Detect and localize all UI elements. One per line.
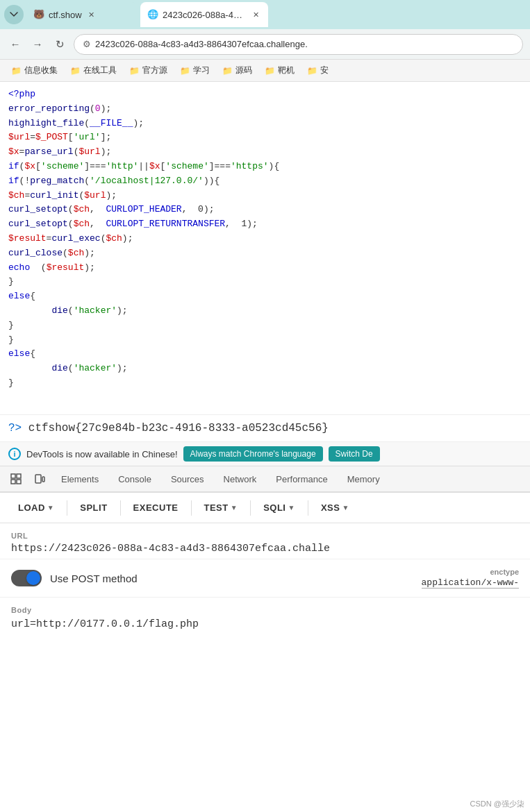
bookmark-label-4: 学习 (193, 65, 210, 76)
post-method-label: Use POST method (50, 573, 138, 584)
toolbar-sep-2 (120, 500, 121, 516)
address-url-text: 2423c026-088a-4c83-a4d3-8864307efcaa.cha… (95, 39, 308, 49)
toolbar-sep-1 (67, 500, 67, 516)
tab1-title: ctf.show (49, 10, 82, 20)
code-line-7: $ch=curl_init($url); (8, 189, 522, 203)
code-line-16: } (8, 319, 522, 333)
enctype-field-value[interactable]: application/x-www- (422, 577, 519, 589)
url-input[interactable]: ⚙ 2423c026-088a-4c83-a4d3-8864307efcaa.c… (74, 34, 523, 55)
tab-sources[interactable]: Sources (163, 470, 213, 490)
code-line-19: die('hacker'); (8, 362, 522, 376)
code-line-10: $result=curl_exec($ch); (8, 232, 522, 246)
code-display: <?php error_reporting(0); highlight_file… (0, 82, 530, 415)
tab-memory[interactable]: Memory (339, 470, 388, 490)
flag-output-line: ?> ctfshow{27c9e84b-b23c-4916-8333-a0523… (0, 415, 530, 442)
bookmark-label-2: 在线工具 (83, 65, 117, 76)
bookmark-label-1: 信息收集 (24, 65, 58, 76)
code-line-1: error_reporting(0); (8, 102, 522, 117)
execute-button[interactable]: EXECUTE (126, 498, 185, 517)
test-button[interactable]: TEST ▼ (197, 498, 245, 517)
tab-challenge[interactable]: 🌐 2423c026-088a-4c83-a4d3-8 ✕ (140, 2, 268, 27)
code-line-2: highlight_file(__FILE__); (8, 117, 522, 131)
body-field-label: Body (11, 606, 519, 614)
device-toolbar-icon[interactable] (29, 468, 50, 489)
tab-network[interactable]: Network (215, 470, 265, 490)
browser-tabs-bar: 🐻 ctf.show ✕ 🌐 2423c026-088a-4c83-a4d3-8… (0, 0, 530, 29)
code-line-4: $x=parse_url($url); (8, 145, 522, 160)
url-section: URL https://2423c026-088a-4c83-a4d3-8864… (0, 523, 530, 559)
url-field-value[interactable]: https://2423c026-088a-4c83-a4d3-8864307e… (11, 543, 519, 555)
always-match-language-button[interactable]: Always match Chrome's language (183, 446, 323, 462)
bookmark-label-7: 安 (320, 65, 329, 76)
post-method-row: Use POST method enctype application/x-ww… (0, 559, 530, 598)
code-line-5: if($x['scheme']==='http'||$x['scheme']==… (8, 160, 522, 174)
devtools-tabs-bar: Elements Console Sources Network Perform… (0, 466, 530, 493)
code-line-8: curl_setopt($ch, CURLOPT_HEADER, 0); (8, 203, 522, 217)
tab-ctfshow[interactable]: 🐻 ctf.show ✕ (26, 2, 138, 27)
load-button[interactable]: LOAD ▼ (11, 498, 61, 517)
tab2-title: 2423c026-088a-4c83-a4d3-8 (163, 10, 246, 20)
reload-button[interactable]: ↻ (51, 36, 68, 53)
code-line-13: } (8, 275, 522, 289)
bookmark-yuanma[interactable]: 📁 源码 (217, 63, 258, 78)
folder-icon-2: 📁 (70, 66, 81, 76)
svg-rect-1 (17, 474, 21, 478)
bookmark-label-6: 靶机 (278, 65, 295, 76)
bookmark-guanfang[interactable]: 📁 官方源 (124, 63, 173, 78)
split-button[interactable]: SPLIT (73, 498, 114, 517)
bookmark-label-5: 源码 (235, 65, 252, 76)
code-line-3: $url=$_POST['url']; (8, 130, 522, 145)
bookmark-xinxi[interactable]: 📁 信息收集 (6, 63, 63, 78)
folder-icon-6: 📁 (265, 66, 275, 76)
tab-expand-button[interactable] (4, 5, 24, 24)
php-close-tag: ?> (8, 422, 22, 434)
back-button[interactable]: ← (7, 36, 24, 53)
tab1-favicon: 🐻 (33, 9, 44, 20)
sqli-button[interactable]: SQLI ▼ (256, 498, 302, 517)
code-line-6: if(!preg_match('/localhost|127.0.0/')){ (8, 174, 522, 189)
bookmark-label-3: 官方源 (142, 65, 167, 76)
bookmark-zaixian[interactable]: 📁 在线工具 (65, 63, 122, 78)
code-line-0: <?php (8, 87, 522, 102)
tab-performance[interactable]: Performance (267, 470, 336, 490)
tab1-close-button[interactable]: ✕ (86, 9, 97, 20)
svg-rect-2 (11, 480, 15, 484)
svg-rect-4 (35, 475, 41, 483)
devtools-notification-text: DevTools is now available in Chinese! (26, 449, 178, 459)
xss-button[interactable]: XSS ▼ (314, 498, 356, 517)
bookmark-baji[interactable]: 📁 靶机 (259, 63, 300, 78)
devtools-notification-bar: i DevTools is now available in Chinese! … (0, 442, 530, 466)
flag-value: ctfshow{27c9e84b-b23c-4916-8333-a0523cd4… (22, 422, 329, 434)
bookmark-xuexi[interactable]: 📁 学习 (174, 63, 215, 78)
test-dropdown-arrow: ▼ (231, 504, 238, 511)
inspect-element-icon[interactable] (6, 468, 26, 489)
switch-devtools-button[interactable]: Switch De (329, 446, 380, 462)
folder-icon-5: 📁 (222, 66, 233, 76)
code-line-17: } (8, 333, 522, 348)
code-line-18: else{ (8, 347, 522, 362)
toggle-track (11, 570, 42, 586)
xss-dropdown-arrow: ▼ (342, 504, 349, 511)
code-line-11: curl_close($ch); (8, 246, 522, 261)
url-field-label: URL (11, 532, 519, 540)
csdn-watermark: CSDN @强少柒 (470, 799, 524, 809)
code-line-9: curl_setopt($ch, CURLOPT_RETURNTRANSFER,… (8, 217, 522, 232)
code-line-15: die('hacker'); (8, 304, 522, 319)
post-method-toggle[interactable] (11, 570, 42, 586)
body-field-value[interactable]: url=http://0177.0.0.1/flag.php (11, 618, 519, 630)
toolbar-sep-4 (250, 500, 251, 516)
folder-icon-3: 📁 (129, 66, 140, 76)
bookmark-an[interactable]: 📁 安 (301, 63, 334, 78)
tab-elements[interactable]: Elements (53, 470, 107, 490)
load-dropdown-arrow: ▼ (47, 504, 54, 511)
folder-icon-1: 📁 (11, 66, 22, 76)
forward-button[interactable]: → (29, 36, 46, 53)
tab-console[interactable]: Console (110, 470, 160, 490)
tab2-favicon: 🌐 (147, 9, 158, 20)
body-section: Body url=http://0177.0.0.1/flag.php (0, 598, 530, 638)
hackbar-toolbar: LOAD ▼ SPLIT EXECUTE TEST ▼ SQLI ▼ XSS ▼ (0, 493, 530, 523)
code-line-20: } (8, 376, 522, 391)
tab2-close-button[interactable]: ✕ (250, 9, 261, 20)
svg-rect-5 (42, 477, 44, 482)
svg-rect-0 (11, 474, 15, 478)
